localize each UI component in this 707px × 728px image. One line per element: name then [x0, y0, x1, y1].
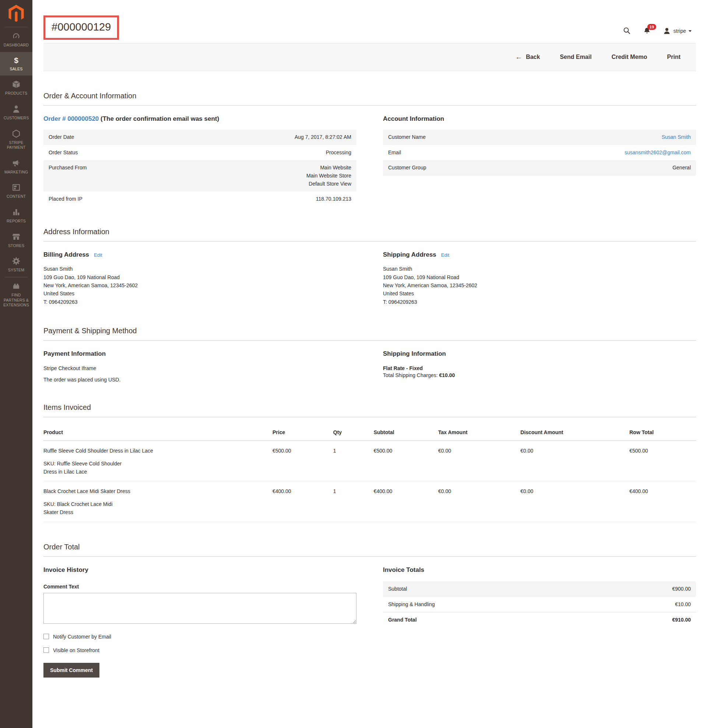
sidebar-item-label: SALES — [10, 66, 23, 72]
row-value: €900.00 — [672, 585, 691, 593]
row-value: Processing — [326, 149, 351, 157]
payment-information-panel: Payment Information Stripe Checkout Ifra… — [43, 350, 356, 383]
subtotal-cell: €500.00 — [374, 441, 438, 481]
product-name: Ruffle Sleeve Cold Shoulder Dress in Lil… — [43, 448, 268, 454]
order-head: Order # 000000520 (The order confirmatio… — [43, 115, 356, 123]
product-cell: Ruffle Sleeve Cold Shoulder Dress in Lil… — [43, 441, 272, 481]
sidebar-item-marketing[interactable]: MARKETING — [0, 154, 32, 179]
row-label: Order Status — [49, 149, 78, 157]
visible-storefront-checkbox[interactable] — [43, 647, 49, 653]
customer-name-link[interactable]: Susan Smith — [662, 133, 691, 142]
sidebar-item-label: FIND PARTNERS & EXTENSIONS — [1, 293, 31, 308]
submit-comment-button[interactable]: Submit Comment — [43, 663, 100, 677]
sidebar-item-customers[interactable]: CUSTOMERS — [0, 100, 32, 125]
notify-customer-row: Notify Customer by Email — [43, 634, 356, 640]
column-header: Qty — [333, 425, 374, 441]
table-row: Order Status Processing — [43, 145, 356, 160]
sidebar-item-label: STORES — [8, 243, 24, 248]
row-label: Order Date — [49, 133, 74, 142]
row-label: Grand Total — [388, 616, 417, 624]
qty-cell: 1 — [333, 441, 374, 481]
sidebar-item-stripe-payment[interactable]: STRIPE PAYMENT — [0, 125, 32, 154]
row-total-cell: €400.00 — [629, 481, 696, 522]
section-items-invoiced: Items Invoiced Product Price Qty Subtota… — [43, 403, 696, 522]
send-email-button[interactable]: Send Email — [560, 54, 591, 61]
shipping-charges-value: €10.00 — [439, 372, 455, 378]
section-order-account: Order & Account Information Order # 0000… — [43, 92, 696, 207]
section-address: Address Information Billing Address Edit… — [43, 228, 696, 306]
grand-total-row: Grand Total €910.00 — [383, 612, 696, 628]
shipping-address-panel: Shipping Address Edit Susan Smith 109 Gu… — [383, 251, 696, 306]
notifications-button[interactable]: 19 — [643, 27, 651, 35]
page-actions-toolbar: ← Back Send Email Credit Memo Print — [43, 43, 696, 71]
section-title: Address Information — [43, 228, 696, 241]
order-info-table: Order Date Aug 7, 2017, 8:27:02 AM Order… — [43, 130, 356, 207]
row-value: Aug 7, 2017, 8:27:02 AM — [295, 133, 351, 142]
section-order-total: Order Total Invoice History Comment Text… — [43, 543, 696, 677]
product-name: Black Crochet Lace Midi Skater Dress — [43, 488, 268, 494]
table-row: Email susansmith2602@gmail.com — [383, 145, 696, 160]
shipping-edit-link[interactable]: Edit — [441, 252, 449, 258]
magento-logo-icon — [9, 5, 24, 22]
shipping-address-text: Susan Smith 109 Guo Dao, 109 National Ro… — [383, 265, 696, 306]
sidebar-item-label: CONTENT — [7, 194, 26, 199]
panel-title: Invoice Totals — [383, 566, 696, 574]
system-icon — [12, 257, 21, 266]
panel-title: Payment Information — [43, 350, 356, 358]
user-icon — [663, 27, 671, 35]
shipping-information-panel: Shipping Information Flat Rate - Fixed T… — [383, 350, 696, 383]
credit-memo-button[interactable]: Credit Memo — [612, 54, 647, 61]
row-label: Customer Name — [388, 133, 426, 142]
payment-method: Stripe Checkout Iframe — [43, 365, 356, 371]
column-header: Discount Amount — [520, 425, 629, 441]
panel-title: Invoice History — [43, 566, 356, 574]
user-menu[interactable]: stripe — [663, 27, 691, 35]
chevron-down-icon — [688, 30, 691, 32]
customer-email-link[interactable]: susansmith2602@gmail.com — [625, 149, 691, 157]
sidebar-item-find-partners[interactable]: FIND PARTNERS & EXTENSIONS — [0, 277, 32, 312]
discount-cell: €0.00 — [520, 481, 629, 522]
magento-logo[interactable] — [0, 0, 32, 27]
stripe-payment-icon — [12, 129, 21, 138]
row-label: Purchased From — [49, 164, 87, 188]
stores-icon — [12, 233, 21, 241]
column-header: Row Total — [629, 425, 696, 441]
row-label: Customer Group — [388, 164, 426, 172]
tax-cell: €0.00 — [438, 441, 520, 481]
order-number-link[interactable]: Order # 000000520 — [43, 115, 99, 122]
row-value: 118.70.109.213 — [316, 195, 351, 203]
reports-icon — [12, 208, 21, 217]
row-label: Subtotal — [388, 585, 407, 593]
sidebar-item-label: PRODUCTS — [5, 91, 27, 96]
page-title: #000000129 — [52, 21, 111, 33]
sidebar-item-dashboard[interactable]: DASHBOARD — [0, 27, 32, 52]
column-header: Price — [272, 425, 333, 441]
sidebar-item-reports[interactable]: REPORTS — [0, 203, 32, 228]
notify-customer-checkbox[interactable] — [43, 634, 49, 639]
tax-cell: €0.00 — [438, 481, 520, 522]
sidebar-item-system[interactable]: SYSTEM — [0, 252, 32, 277]
product-sku: SKU: Ruffle Sleeve Cold Shoulder Dress i… — [43, 460, 125, 476]
payment-currency-note: The order was placed using USD. — [43, 377, 356, 383]
sales-icon: $ — [14, 56, 19, 64]
customers-icon — [12, 105, 21, 113]
product-cell: Black Crochet Lace Midi Skater Dress SKU… — [43, 481, 272, 522]
billing-address-text: Susan Smith 109 Guo Dao, 109 National Ro… — [43, 265, 356, 306]
invoice-totals-panel: Invoice Totals Subtotal €900.00 Shipping… — [383, 566, 696, 677]
marketing-icon — [12, 159, 21, 168]
checkbox-label: Notify Customer by Email — [53, 634, 111, 640]
sidebar-item-sales[interactable]: $ SALES — [0, 52, 32, 76]
notification-badge: 19 — [647, 24, 656, 30]
admin-sidebar: DASHBOARD $ SALES PRODUCTS CUSTOMERS STR… — [0, 0, 32, 728]
sidebar-item-stores[interactable]: STORES — [0, 228, 32, 253]
sidebar-item-products[interactable]: PRODUCTS — [0, 75, 32, 100]
row-label: Shipping & Handling — [388, 601, 435, 609]
search-icon[interactable] — [623, 26, 631, 35]
section-title: Items Invoiced — [43, 403, 696, 417]
back-button[interactable]: ← Back — [515, 53, 540, 61]
sidebar-item-content[interactable]: CONTENT — [0, 179, 32, 203]
dashboard-icon — [12, 32, 21, 40]
print-button[interactable]: Print — [667, 54, 681, 61]
comment-input[interactable] — [43, 593, 356, 624]
billing-edit-link[interactable]: Edit — [94, 252, 102, 258]
